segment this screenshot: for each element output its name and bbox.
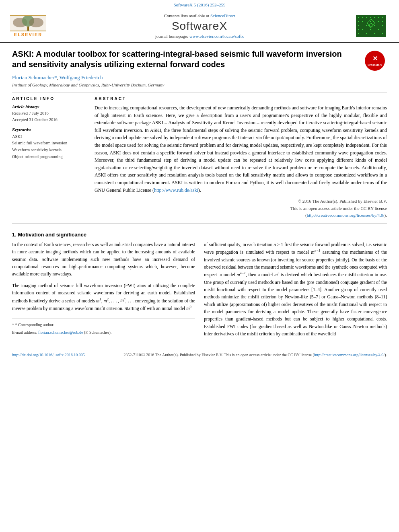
- svg-rect-4: [27, 27, 29, 31]
- footnote-star-icon: *: [12, 322, 14, 327]
- body-left-col: In the context of Earth sciences, resear…: [12, 241, 195, 342]
- svg-rect-30: [374, 33, 375, 34]
- article-info-heading: ARTICLE INFO: [12, 97, 86, 101]
- footnote-email-label: E-mail address:: [12, 330, 37, 335]
- svg-rect-9: [362, 17, 363, 18]
- svg-rect-5: [10, 15, 46, 16]
- footnote-email-name: (F. Schumacher).: [84, 330, 111, 335]
- body-two-col: In the context of Earth sciences, resear…: [12, 241, 387, 342]
- contents-line: Contents lists available at ScienceDirec…: [48, 13, 351, 18]
- body-para-1: In the context of Earth sciences, resear…: [12, 241, 195, 278]
- keywords-section: Keywords: ASKI Seismic full waveform inv…: [12, 127, 86, 160]
- journal-header: ELSEVIER Contents lists available at Sci…: [0, 9, 399, 43]
- elsevier-brand-text: ELSEVIER: [14, 32, 42, 37]
- keyword-2: Seismic full waveform inversion: [12, 140, 86, 147]
- svg-rect-31: [382, 33, 383, 34]
- circuit-pattern-icon: [356, 15, 386, 37]
- svg-rect-15: [358, 21, 359, 22]
- citation-text: SoftwareX 5 (2016) 252–259: [173, 2, 225, 7]
- abstract-end: ).: [198, 187, 201, 193]
- divider-1: [12, 92, 387, 92]
- svg-point-3: [29, 18, 43, 27]
- svg-rect-12: [374, 17, 375, 18]
- green-circuit-icon: [356, 15, 386, 37]
- svg-rect-8: [358, 17, 359, 18]
- svg-rect-6: [10, 31, 46, 31]
- abstract-col: ABSTRACT Due to increasing computational…: [95, 97, 387, 219]
- body-para-right-1: of sufficient quality, in each iteration…: [204, 241, 387, 338]
- green-logo: [351, 14, 391, 38]
- footnote-email: E-mail address: florian.schumacher@rub.d…: [12, 329, 195, 336]
- svg-rect-27: [378, 29, 379, 30]
- crossmark-label: CrossMark: [368, 63, 382, 67]
- homepage-label: journal homepage:: [155, 34, 188, 39]
- bottom-cc-link[interactable]: http://creativecommons.org/licenses/by/4…: [314, 353, 385, 357]
- keyword-1: ASKI: [12, 134, 86, 140]
- svg-rect-17: [370, 21, 371, 22]
- cc-license-link[interactable]: http://creativecommons.org/licenses/by/4…: [307, 213, 385, 218]
- article-history-label: Article history:: [12, 104, 86, 109]
- keyword-3: Waveform sensitivity kernels: [12, 147, 86, 154]
- article-title-text: ASKI: A modular toolbox for scattering-i…: [12, 49, 342, 69]
- accepted-date: Accepted 31 October 2016: [12, 117, 86, 123]
- body-right-col: of sufficient quality, in each iteration…: [204, 241, 387, 342]
- top-citation-bar: SoftwareX 5 (2016) 252–259: [0, 0, 399, 9]
- svg-rect-21: [366, 25, 367, 26]
- footnote-corresponding-text: * Corresponding author.: [15, 322, 54, 327]
- issn-text: 2352-7110/© 2016 The Author(s). Publishe…: [123, 353, 387, 357]
- svg-rect-19: [382, 21, 383, 22]
- section1-heading: 1. Motivation and significance: [12, 232, 387, 238]
- homepage-url-link[interactable]: www.elsevier.com/locate/softx: [189, 34, 244, 39]
- journal-name: SoftwareX: [48, 20, 351, 33]
- elsevier-tree-icon: [10, 15, 46, 31]
- article-info-col: ARTICLE INFO Article history: Received 7…: [12, 97, 86, 219]
- svg-rect-24: [358, 29, 359, 30]
- footnotes-area: * * Corresponding author. E-mail address…: [12, 318, 195, 336]
- contents-label: Contents lists available at: [164, 13, 209, 18]
- elsevier-logo: ELSEVIER: [8, 14, 48, 38]
- received-date: Received 7 July 2016: [12, 110, 86, 117]
- keyword-4: Object-oriented programming: [12, 154, 86, 160]
- copyright-line2: This is an open access article under the…: [290, 206, 387, 211]
- svg-rect-14: [382, 17, 383, 18]
- keywords-label: Keywords:: [12, 127, 86, 132]
- author-friederich[interactable]: Wolfgang Friederich: [60, 74, 103, 80]
- info-abstract-section: ARTICLE INFO Article history: Received 7…: [12, 97, 387, 219]
- svg-rect-22: [374, 25, 375, 26]
- bottom-period: ).: [385, 353, 387, 357]
- abstract-text: Due to increasing computational resource…: [95, 104, 387, 194]
- author-schumacher[interactable]: Florian Schumacher*: [12, 74, 57, 80]
- copyright-line1: © 2016 The Author(s). Published by Elsev…: [298, 199, 387, 203]
- doi-link[interactable]: http://dx.doi.org/10.1016/j.softx.2016.1…: [12, 353, 85, 357]
- crossmark-cross-symbol: ✕: [372, 55, 378, 63]
- affiliation-line: Institute of Geology, Mineralogy and Geo…: [12, 82, 387, 87]
- journal-header-center: Contents lists available at ScienceDirec…: [48, 13, 351, 39]
- article-body: 1. Motivation and significance In the co…: [12, 232, 387, 342]
- svg-rect-18: [378, 21, 379, 22]
- footnote-email-link[interactable]: florian.schumacher@rub.de: [38, 330, 83, 335]
- divider-2: [12, 223, 387, 224]
- svg-rect-16: [362, 21, 363, 22]
- article-title: ASKI: A modular toolbox for scattering-i…: [12, 49, 387, 70]
- bottom-bar: http://dx.doi.org/10.1016/j.softx.2016.1…: [0, 350, 399, 359]
- svg-rect-23: [382, 25, 383, 26]
- svg-rect-20: [358, 25, 359, 26]
- svg-rect-11: [370, 17, 371, 18]
- svg-rect-10: [366, 17, 367, 18]
- footnote-corresponding: * * Corresponding author.: [12, 322, 195, 328]
- svg-rect-28: [358, 33, 359, 34]
- crossmark-badge[interactable]: ✕ CrossMark: [365, 51, 387, 73]
- copyright-block: © 2016 The Author(s). Published by Elsev…: [95, 198, 387, 219]
- article-content: ASKI: A modular toolbox for scattering-i…: [0, 43, 399, 350]
- abstract-heading: ABSTRACT: [95, 97, 387, 101]
- authors-line: Florian Schumacher*, Wolfgang Friederich: [12, 74, 387, 81]
- homepage-line: journal homepage: www.elsevier.com/locat…: [48, 34, 351, 39]
- abstract-body: Due to increasing computational resource…: [95, 105, 387, 193]
- issn-label: 2352-7110/© 2016 The Author(s). Publishe…: [123, 353, 314, 357]
- svg-rect-13: [378, 17, 379, 18]
- svg-rect-29: [366, 33, 367, 34]
- page-wrapper: SoftwareX 5 (2016) 252–259 ELSEVIER Con: [0, 0, 399, 359]
- sciencedirect-link[interactable]: ScienceDirect: [210, 13, 235, 18]
- body-para-2: The imaging method of seismic full wavef…: [12, 282, 195, 312]
- aski-url-link[interactable]: http://www.rub.de/aski: [154, 187, 198, 193]
